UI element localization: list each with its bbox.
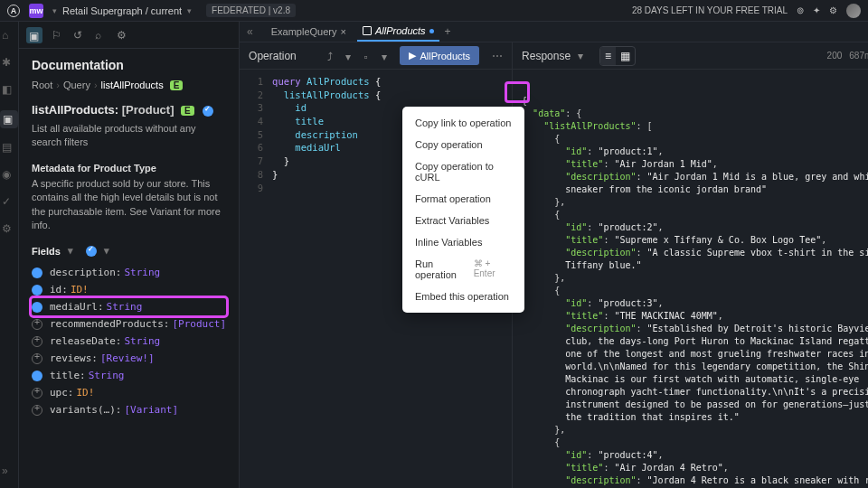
type-description: List all available products without any … (32, 122, 226, 150)
metadata-heading: Metadata for Product Type (32, 163, 226, 174)
history-icon[interactable]: ↺ (73, 29, 86, 42)
graph-breadcrumb[interactable]: Retail Supergraph / current (62, 5, 182, 16)
search-icon[interactable]: ⌕ (95, 29, 108, 42)
chevron-down-icon[interactable]: ▾ (104, 245, 109, 257)
field-description[interactable]: description: String (32, 264, 226, 281)
check-icon (32, 302, 42, 313)
field-variants[interactable]: variants(…): [Variant] (32, 401, 226, 418)
more-menu-button[interactable]: ⋯ (492, 50, 503, 62)
field-title[interactable]: title: String (32, 367, 226, 384)
federated-badge: FEDERATED | v2.8 (206, 4, 296, 17)
response-panel: Response ▾ ≡ ▦ 200 687ms 4.0KB ⎘ ⧉ (513, 42, 868, 488)
chevron-down-icon[interactable]: ▾ (578, 50, 583, 62)
lifebuoy-icon[interactable]: ⊚ (797, 5, 804, 15)
add-tab-icon[interactable]: + (445, 25, 451, 38)
response-time: 687ms (849, 51, 868, 61)
fields-heading: Fields ▾ ▾ (32, 245, 226, 257)
operation-title: Operation (249, 50, 320, 62)
plus-icon (32, 405, 42, 416)
status-code: 200 (827, 51, 843, 61)
entity-badge: E (181, 106, 194, 116)
bookmark-icon[interactable]: ⚐ (52, 29, 64, 42)
avatar[interactable] (846, 4, 861, 18)
close-icon[interactable]: × (341, 26, 346, 37)
chevron-down-icon[interactable]: ▾ (382, 51, 392, 61)
field-id[interactable]: id: ID! (32, 281, 226, 298)
rail-schema-icon[interactable]: ◧ (2, 83, 16, 98)
save-icon[interactable]: ▫ (363, 51, 374, 61)
collapse-icon[interactable]: « (247, 25, 253, 38)
rail-home-icon[interactable]: ⌂ (2, 29, 16, 43)
field-reviews[interactable]: reviews: [Review!] (32, 350, 226, 367)
chevron-down-icon[interactable]: ▾ (345, 51, 356, 61)
list-view-icon[interactable]: ≡ (600, 47, 616, 65)
entity-badge: E (170, 80, 184, 90)
chevron-down-icon[interactable]: ▾ (187, 6, 192, 15)
run-button[interactable]: ▶ AllProducts (400, 46, 479, 65)
documentation-heading: Documentation (32, 58, 226, 72)
check-icon (32, 285, 42, 296)
gear-icon[interactable]: ⚙ (117, 29, 129, 42)
menu-inline-vars[interactable]: Inline Variables (402, 231, 524, 253)
field-releasedate[interactable]: releaseDate: String (32, 333, 226, 350)
plus-icon (32, 388, 42, 399)
unsaved-dot-icon (429, 29, 434, 33)
org-badge[interactable]: mw (29, 4, 43, 18)
response-body[interactable]: { "data": { "listAllProducts": [ { "id":… (513, 89, 868, 488)
rail-expand-icon[interactable]: » (2, 465, 16, 479)
operation-tabs: « ExampleQuery × AllProducts + (240, 22, 868, 42)
plus-icon (32, 353, 42, 364)
check-icon (32, 371, 42, 381)
response-title: Response (522, 50, 571, 62)
left-rail: ⌂ ✱ ◧ ▣ ▤ ◉ ✓ ⚙ » (0, 22, 19, 488)
tab-examplequery[interactable]: ExampleQuery × (266, 23, 352, 41)
notifications-icon[interactable]: ✦ (813, 5, 820, 15)
doc-toolbar: ▣ ⚐ ↺ ⌕ ⚙ (19, 22, 239, 49)
rail-clients-icon[interactable]: ◉ (2, 168, 16, 183)
settings-gear-icon[interactable]: ⚙ (829, 5, 837, 15)
check-icon (32, 267, 42, 278)
apollo-logo-icon[interactable]: A (7, 5, 20, 17)
metadata-description: A specific product sold by our store. Th… (32, 177, 226, 233)
documentation-panel: ▣ ⚐ ↺ ⌕ ⚙ Documentation Root›Query›listA… (19, 22, 240, 488)
docs-toggle-icon[interactable]: ▣ (26, 27, 42, 43)
menu-extract-vars[interactable]: Extract Variables (402, 210, 524, 231)
field-upc[interactable]: upc: ID! (32, 384, 226, 401)
operation-menu: Copy link to operation Copy operation Co… (402, 107, 524, 313)
rail-settings-icon[interactable]: ⚙ (2, 222, 16, 237)
menu-copy-operation[interactable]: Copy operation (402, 134, 524, 155)
rail-explorer-icon[interactable]: ▣ (0, 110, 18, 128)
field-mediaurl[interactable]: mediaUrl: String (32, 298, 226, 315)
menu-copy-link[interactable]: Copy link to operation (402, 112, 524, 134)
check-icon[interactable] (86, 246, 97, 257)
rail-checks-icon[interactable]: ✓ (2, 195, 16, 210)
tab-allproducts[interactable]: AllProducts (357, 22, 439, 42)
field-recommended[interactable]: recommendedProducts: [Product] (32, 315, 226, 333)
view-toggle[interactable]: ≡ ▦ (599, 46, 636, 66)
topbar: A mw ▾ Retail Supergraph / current ▾ FED… (0, 0, 868, 22)
trial-notice[interactable]: 28 DAYS LEFT IN YOUR FREE TRIAL (632, 5, 788, 15)
menu-copy-curl[interactable]: Copy operation to cURL (402, 155, 524, 188)
share-icon[interactable]: ⤴ (327, 51, 338, 61)
table-view-icon[interactable]: ▦ (616, 47, 635, 65)
type-signature: listAllProducts: [Product] E (32, 103, 226, 117)
breadcrumb[interactable]: Root›Query›listAllProducts E (32, 80, 226, 90)
rail-changes-icon[interactable]: ▤ (2, 141, 16, 155)
chevron-down-icon[interactable]: ▾ (52, 6, 57, 15)
chevron-down-icon[interactable]: ▾ (68, 245, 73, 257)
check-icon (203, 106, 213, 117)
menu-run[interactable]: Run operation⌘ + Enter (402, 253, 524, 286)
plus-icon (32, 336, 42, 347)
menu-embed[interactable]: Embed this operation (402, 286, 524, 307)
menu-format[interactable]: Format operation (402, 188, 524, 210)
document-icon (363, 26, 372, 35)
plus-icon (32, 319, 42, 330)
rail-graph-icon[interactable]: ✱ (2, 56, 16, 70)
